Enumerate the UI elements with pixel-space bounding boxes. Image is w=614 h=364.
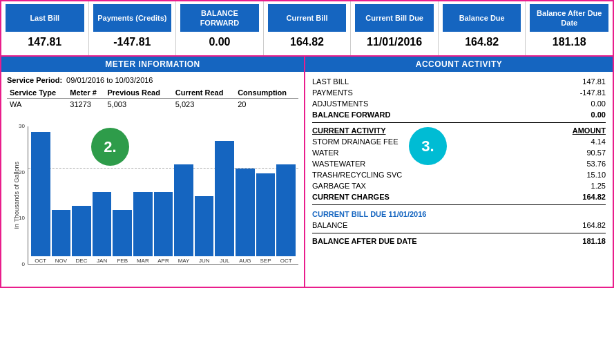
bar xyxy=(133,192,153,256)
bar-label: JAN xyxy=(97,258,107,264)
current-activity-label: CURRENT ACTIVITY xyxy=(312,126,386,135)
summary-cell: Current Bill164.82 xyxy=(264,1,352,55)
current-activity-amount-header: AMOUNT xyxy=(564,126,606,135)
y-tick: 30 xyxy=(7,123,26,129)
account-activity-rows: LAST BILL147.81PAYMENTS-147.81ADJUSTMENT… xyxy=(312,76,606,247)
left-panel: METER INFORMATION Service Period: 09/01/… xyxy=(1,57,305,287)
activity-row: LAST BILL147.81 xyxy=(312,76,606,87)
bar-label: NOV xyxy=(55,258,67,264)
summary-bar: Last Bill147.81Payments (Credits)-147.81… xyxy=(0,0,614,57)
bar-group: NOV xyxy=(52,210,71,264)
summary-cell-value: 181.18 xyxy=(530,32,608,52)
summary-cell-label: Balance Due xyxy=(443,4,521,32)
current-item-label: WATER xyxy=(312,149,339,157)
balance-after-due-row: BALANCE AFTER DUE DATE181.18 xyxy=(312,236,606,247)
bar-group: MAR xyxy=(133,192,153,264)
meter-table: Service TypeMeter #Previous ReadCurrent … xyxy=(7,87,298,110)
bar xyxy=(256,173,276,256)
activity-label: LAST BILL xyxy=(312,77,349,86)
summary-cell-value: 0.00 xyxy=(180,32,259,52)
summary-cell: Balance After Due Date181.18 xyxy=(526,1,613,55)
bar xyxy=(276,164,296,256)
bar-label: OCT xyxy=(35,258,46,264)
bar-group: AUG xyxy=(236,169,255,264)
bar xyxy=(236,169,255,256)
bar-label: FEB xyxy=(117,258,128,264)
bill-due-label: CURRENT BILL DUE 11/01/2016 xyxy=(312,207,606,220)
summary-cell-value: 147.81 xyxy=(6,32,84,52)
summary-cell: Last Bill147.81 xyxy=(1,1,89,55)
bar-label: APR xyxy=(157,258,169,264)
meter-info-title: METER INFORMATION xyxy=(1,57,304,72)
main-grid: METER INFORMATION Service Period: 09/01/… xyxy=(0,57,614,288)
bar xyxy=(195,196,214,256)
bar-group: JUN xyxy=(195,196,214,264)
bar xyxy=(113,210,132,256)
right-panel: ACCOUNT ACTIVITY 3. LAST BILL147.81PAYME… xyxy=(305,57,613,287)
bar-label: DEC xyxy=(76,258,88,264)
current-activity-row: WASTEWATER53.76 xyxy=(312,158,606,169)
bar-label: MAR xyxy=(137,258,149,264)
meter-row: WA312735,0035,02320 xyxy=(7,99,298,111)
summary-cell: Payments (Credits)-147.81 xyxy=(89,1,177,55)
meter-col-header: Service Type xyxy=(7,87,67,99)
service-period-label: Service Period: xyxy=(7,76,62,84)
meter-col-header: Consumption xyxy=(235,87,298,99)
bar-group: OCT xyxy=(276,164,296,264)
current-charges-value: 164.82 xyxy=(564,193,606,201)
activity-value: -147.81 xyxy=(564,88,606,97)
summary-cell: Current Bill Due11/01/2016 xyxy=(351,1,439,55)
summary-cell-value: -147.81 xyxy=(93,32,172,52)
balance-label: BALANCE xyxy=(312,221,347,229)
bar xyxy=(154,192,173,256)
bar-group: DEC xyxy=(72,206,91,264)
meter-col-header: Meter # xyxy=(67,87,104,99)
meter-cell: 5,003 xyxy=(105,99,173,111)
current-activity-row: STORM DRAINAGE FEE4.14 xyxy=(312,136,606,147)
summary-cell: Balance Due164.82 xyxy=(439,1,526,55)
current-item-label: STORM DRAINAGE FEE xyxy=(312,137,398,146)
activity-label: ADJUSTMENTS xyxy=(312,99,368,108)
current-activity-row: TRASH/RECYCLING SVC15.10 xyxy=(312,169,606,180)
meter-cell: 20 xyxy=(235,99,298,111)
summary-cell-label: Last Bill xyxy=(6,4,84,32)
bar-group: JAN xyxy=(93,192,112,264)
bar-label: OCT xyxy=(280,258,292,264)
meter-info-content: Service Period: 09/01/2016 to 10/03/2016… xyxy=(1,72,304,114)
bars-row: OCTNOVDECJANFEBMARAPRMAYJUNJULAUGSEPOCT xyxy=(28,126,298,264)
current-activity-row: WATER90.57 xyxy=(312,147,606,158)
bar-label: MAY xyxy=(178,258,190,264)
bar xyxy=(174,164,193,256)
y-axis-ticks: 0102030 xyxy=(7,126,26,265)
balance-row: BALANCE164.82 xyxy=(312,220,606,231)
bar-group: MAY xyxy=(174,164,193,264)
summary-cell-value: 164.82 xyxy=(268,32,347,52)
current-activity-header: CURRENT ACTIVITYAMOUNT xyxy=(312,125,606,136)
current-item-label: GARBAGE TAX xyxy=(312,182,366,190)
activity-value: 147.81 xyxy=(564,77,606,86)
meter-col-header: Current Read xyxy=(173,87,235,99)
balance-after-label: BALANCE AFTER DUE DATE xyxy=(312,237,417,245)
activity-row: ADJUSTMENTS0.00 xyxy=(312,98,606,109)
current-item-value: 1.25 xyxy=(564,182,606,190)
bar-group: OCT xyxy=(31,132,50,264)
summary-cell-label: Current Bill xyxy=(268,4,347,32)
summary-cell: BALANCE FORWARD0.00 xyxy=(176,1,264,55)
current-item-value: 53.76 xyxy=(564,160,606,168)
activity-label: BALANCE FORWARD xyxy=(312,111,390,119)
bar xyxy=(72,206,91,256)
service-period-row: Service Period: 09/01/2016 to 10/03/2016 xyxy=(7,76,298,84)
activity-value: 0.00 xyxy=(564,99,606,108)
balance-after-value: 181.18 xyxy=(564,237,606,245)
meter-cell: WA xyxy=(7,99,67,111)
current-item-label: TRASH/RECYCLING SVC xyxy=(312,171,402,179)
activity-row: BALANCE FORWARD0.00 xyxy=(312,109,606,120)
summary-cell-label: Payments (Credits) xyxy=(93,4,172,32)
current-item-label: WASTEWATER xyxy=(312,160,365,168)
bar-label: JUN xyxy=(199,258,210,264)
divider-3 xyxy=(312,233,606,233)
bar-group: JUL xyxy=(215,141,234,264)
summary-cell-value: 164.82 xyxy=(443,32,521,52)
activity-value: 0.00 xyxy=(564,111,606,119)
bar xyxy=(52,210,71,256)
